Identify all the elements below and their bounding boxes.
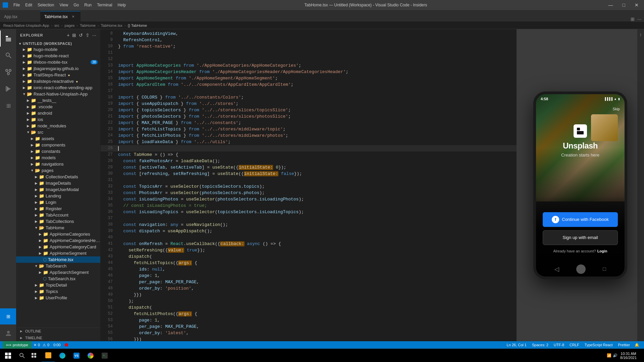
folder-lifebox[interactable]: ▶ 📁 lifebox-mobile-tsx 38 (16, 59, 100, 65)
file-tabsearch-tsx[interactable]: ⬡ TabSearch.tsx (16, 276, 100, 282)
folder-landing[interactable]: ▶ 📁 Landing (16, 193, 100, 199)
new-file-icon[interactable]: + (67, 33, 69, 38)
refresh-explorer-icon[interactable]: ↺ (79, 33, 83, 38)
taskbar-terminal-app[interactable]: >_ (98, 349, 111, 362)
facebook-login-button[interactable]: f Continue with Facebook (543, 212, 618, 227)
phone-home-button[interactable] (576, 264, 586, 274)
activity-search-icon[interactable] (0, 47, 16, 63)
more-actions-icon[interactable]: ··· (637, 16, 641, 22)
folder-ios[interactable]: ▶ 📁 ios (16, 116, 100, 123)
tab-close-icon[interactable]: ✕ (72, 15, 74, 18)
folder-login[interactable]: ▶ 📁 Login (16, 199, 100, 205)
language-indicator[interactable]: TypeScript React (582, 343, 615, 347)
show-desktop-button[interactable] (639, 349, 641, 362)
prettier-indicator[interactable]: Prettier (615, 343, 633, 347)
folder-android[interactable]: ▶ 📁 android (16, 110, 100, 116)
spaces-indicator[interactable]: Spaces: 2 (529, 343, 551, 347)
email-signup-button[interactable]: Sign up with email (543, 230, 618, 245)
folder-tabcollections[interactable]: ▶ 📁 TabCollections (16, 218, 100, 225)
record-button[interactable] (63, 343, 70, 347)
activity-source-control-icon[interactable] (0, 64, 16, 80)
folder-topicdetail[interactable]: ▶ 📁 TopicDetail (16, 282, 100, 288)
menu-help[interactable]: Help (118, 3, 126, 7)
activity-explorer-icon[interactable] (0, 31, 16, 47)
notifications-icon[interactable]: 🔔 (633, 343, 641, 347)
folder-trailsteps-react[interactable]: ▶ 📁 TrailSteps-React ● (16, 72, 100, 78)
folder-apphomecategoriesheader[interactable]: ▶ 📁 AppHomeCategoriesHeader (16, 237, 100, 244)
folder-hugo-mobile[interactable]: ▶ 📁 hugo-mobile (16, 46, 100, 53)
position-indicator[interactable]: Ln 26, Col 1 (504, 343, 529, 347)
start-button[interactable] (0, 349, 16, 362)
phone-back-button[interactable]: ◁ (554, 265, 559, 273)
code-editor[interactable]: 8 KeyboardAvoidingView, 9 RefreshControl… (101, 29, 517, 341)
folder-vscode[interactable]: ▶ 📁 .vscode (16, 104, 100, 110)
taskview-button[interactable] (28, 350, 40, 362)
folder-imagedetails[interactable]: ▶ 📁 ImageDetails (16, 180, 100, 186)
folder-tabhome[interactable]: ▼ 📂 TabHome (16, 225, 100, 231)
folder-components[interactable]: ▶ 📁 components (16, 142, 100, 148)
taskbar-explorer-app[interactable] (42, 349, 55, 362)
activity-run-icon[interactable] (0, 81, 16, 97)
menu-run[interactable]: Run (84, 3, 92, 7)
folder-hugo-mobile-react[interactable]: ▶ 📁 hugo-mobile-react (16, 53, 100, 59)
folder-constants[interactable]: ▶ 📁 constants (16, 148, 100, 155)
menu-selection[interactable]: Selection (38, 3, 54, 7)
folder-node-modules[interactable]: ▶ 📁 node_modules (16, 123, 100, 129)
folder-rn-unsplash[interactable]: ▼ 📂 React-Native-Unsplash-App (16, 91, 100, 97)
folder-models[interactable]: ▶ 📁 models (16, 155, 100, 161)
collapse-all-icon[interactable]: ⇧ (86, 33, 90, 38)
folder-ionic-react[interactable]: ▶ 📁 ionic-react-coffee-vending-app (16, 84, 100, 91)
folder-src[interactable]: ▼ 📂 src (16, 129, 100, 135)
minimize-button[interactable]: — (606, 2, 616, 8)
tab-tabhome-tsx[interactable]: TabHome.tsx ✕ (40, 11, 80, 22)
folder-collectiondetails[interactable]: ▶ 📁 CollectionDetails (16, 174, 100, 180)
taskbar-chrome-app[interactable] (84, 349, 97, 362)
encoding-indicator[interactable]: UTF-8 (551, 343, 567, 347)
phone-recent-button[interactable]: □ (603, 266, 606, 272)
errors-indicator[interactable]: ✕ 0 ⚠ 0 (32, 343, 51, 347)
taskbar-vscode-app[interactable]: VS (70, 349, 83, 362)
menu-go[interactable]: Go (73, 3, 79, 7)
video-control[interactable]: 0:00 (51, 343, 62, 347)
activity-profile-icon[interactable] (0, 325, 16, 341)
taskbar-search-icon[interactable] (16, 350, 28, 362)
folder-trailsteps-reactnative[interactable]: ▶ 📁 trailsteps-reactnative ● (16, 78, 100, 84)
folder-tests[interactable]: ▶ 📁 __tests__ (16, 97, 100, 104)
menu-edit[interactable]: Edit (25, 3, 32, 7)
folder-apphomecategorycard[interactable]: ▶ 📁 AppHomeCategoryCard (16, 244, 100, 250)
folder-navigations[interactable]: ▶ 📁 navigations (16, 161, 100, 167)
folder-appsearchsegment[interactable]: ▶ 📁 AppSearchSegment (16, 269, 100, 276)
login-link[interactable]: Login (597, 249, 607, 253)
more-options-icon[interactable]: ··· (92, 33, 96, 38)
phone-skip-button[interactable]: Skip (613, 106, 620, 112)
editor-layout-icon[interactable]: ⊞ (631, 16, 635, 22)
folder-pages[interactable]: ▼ 📂 pages (16, 167, 100, 174)
taskbar-edge-app[interactable] (56, 349, 69, 362)
outline-section[interactable]: ▶ OUTLINE (16, 328, 100, 335)
timeline-section[interactable]: ▶ TIMELINE (16, 335, 100, 341)
activity-remote-icon[interactable]: ⊞ (0, 308, 16, 324)
menu-terminal[interactable]: Terminal (97, 3, 112, 7)
activity-extensions-icon[interactable]: ⊞ (0, 98, 16, 114)
folder-assets[interactable]: ▶ 📁 assets (16, 135, 100, 142)
close-button[interactable]: ✕ (632, 2, 641, 8)
folder-imageusermodal[interactable]: ▶ 📁 ImageUserModal (16, 186, 100, 193)
maximize-button[interactable]: □ (620, 2, 628, 8)
line-ending-indicator[interactable]: CRLF (567, 343, 582, 347)
remote-indicator[interactable]: ⟺ prototype (3, 341, 32, 349)
file-tabhome-tsx[interactable]: ⬡ TabHome.tsx (16, 256, 100, 263)
taskbar-clock[interactable]: 10:31 AM 8/16/2021 (619, 352, 638, 360)
folder-register[interactable]: ▶ 📁 Register (16, 205, 100, 212)
folder-tabsearch[interactable]: ▼ 📂 TabSearch (16, 263, 100, 269)
menu-view[interactable]: View (59, 3, 68, 7)
folder-tabaccount[interactable]: ▶ 📁 TabAccount (16, 212, 100, 218)
menu-file[interactable]: File (13, 3, 20, 7)
folder-jbagaresgaray[interactable]: ▶ 📁 jbagaresgaray.github.io (16, 65, 100, 72)
workspace-root[interactable]: ▼ UNTITLED (WORKSPACE) (16, 41, 100, 46)
folder-apphomesegment[interactable]: ▶ 📁 AppHomeSegment (16, 250, 100, 256)
new-folder-icon[interactable]: ⊞ (72, 33, 76, 38)
tab-app-tsx[interactable]: App.tsx (0, 11, 40, 22)
folder-apphomecategories[interactable]: ▶ 📁 AppHomeCategories (16, 231, 100, 237)
folder-topics[interactable]: ▶ 📁 Topics (16, 288, 100, 295)
folder-userprofile[interactable]: ▶ 📁 UserProfile (16, 295, 100, 301)
